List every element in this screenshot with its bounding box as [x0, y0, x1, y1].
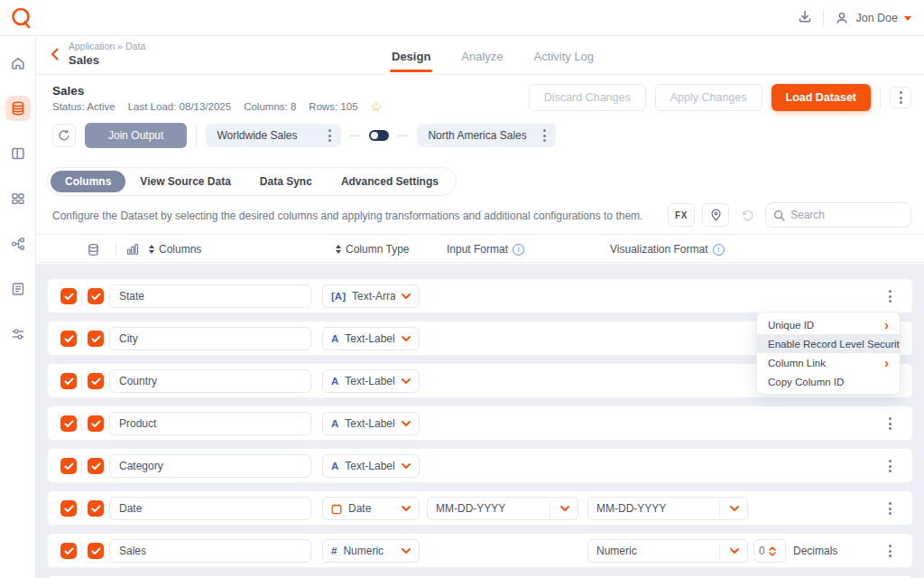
workflow-icon	[10, 236, 26, 252]
visualize-checkbox[interactable]	[88, 500, 104, 517]
join-connector-left	[350, 135, 360, 136]
visualization-format-dropdown[interactable]: MM-DD-YYYY	[587, 497, 748, 520]
config-description: Configure the Dataset by selecting the d…	[52, 210, 642, 222]
discard-changes-button[interactable]: Discard Changes	[529, 84, 646, 111]
user-name: Jon Doe	[855, 12, 898, 24]
include-checkbox[interactable]	[60, 543, 77, 559]
menu-item-column-link[interactable]: Column Link ›	[757, 353, 900, 372]
tab-design[interactable]: Design	[388, 39, 434, 72]
sidebar	[0, 36, 36, 578]
join-connector-right	[398, 135, 408, 136]
apply-changes-button[interactable]: Apply Changes	[655, 84, 762, 111]
include-checkbox[interactable]	[60, 288, 77, 304]
tab-data-sync[interactable]: Data Sync	[245, 171, 327, 192]
visualize-checkbox[interactable]	[88, 288, 104, 304]
tab-advanced-settings[interactable]: Advanced Settings	[327, 171, 453, 192]
row-context-menu: Unique ID › Enable Record Level Security…	[756, 312, 901, 395]
column-type-dropdown[interactable]: # Numeric	[322, 539, 420, 563]
visualize-checkbox[interactable]	[88, 331, 104, 347]
column-type-dropdown[interactable]: A Text-Label	[322, 454, 420, 478]
menu-item-enable-record-level-security[interactable]: Enable Record Level Security	[757, 334, 900, 353]
info-icon[interactable]: i	[713, 244, 725, 256]
user-menu[interactable]: Jon Doe	[835, 11, 911, 25]
visualization-format-dropdown[interactable]: Numeric	[587, 539, 748, 563]
chip-menu-icon[interactable]	[326, 129, 334, 142]
visualize-checkbox[interactable]	[88, 458, 104, 474]
column-name-input[interactable]	[109, 327, 311, 350]
dataset-status-line: Status: Active Last Load: 08/13/2025 Col…	[52, 101, 382, 112]
column-type-dropdown[interactable]: [A] Text-Array	[322, 284, 420, 308]
chevron-down-icon	[402, 506, 411, 511]
visualize-checkbox[interactable]	[88, 543, 104, 559]
load-dataset-button[interactable]: Load Dataset	[772, 84, 872, 111]
breadcrumb[interactable]: Application » Data	[69, 41, 145, 51]
formula-fx-button[interactable]: FX	[668, 203, 695, 227]
row-menu-button[interactable]	[886, 417, 894, 430]
columns-header: Columns	[149, 235, 201, 264]
join-bar: Join Output Worldwide Sales North Americ…	[36, 117, 924, 154]
chip-menu-icon[interactable]	[541, 129, 549, 142]
join-toggle[interactable]	[369, 130, 389, 141]
row-menu-button[interactable]	[886, 460, 894, 472]
chevron-down-icon	[402, 378, 411, 384]
column-type-dropdown[interactable]: A Text-Label	[322, 412, 420, 435]
include-checkbox[interactable]	[60, 500, 77, 517]
tab-view-source-data[interactable]: View Source Data	[125, 171, 245, 192]
sort-column-type-icon[interactable]	[336, 245, 341, 254]
row-menu-button[interactable]	[886, 545, 894, 557]
visualize-checkbox[interactable]	[88, 415, 104, 432]
dataset-menu-button[interactable]	[890, 87, 911, 108]
download-icon[interactable]	[798, 9, 812, 27]
row-menu-button[interactable]	[886, 502, 894, 515]
search-input[interactable]	[790, 209, 890, 221]
column-type-dropdown[interactable]: Date	[322, 497, 420, 520]
info-icon[interactable]: i	[513, 244, 524, 256]
header-chart-icon[interactable]	[126, 235, 139, 264]
column-type-dropdown[interactable]: A Text-Label	[322, 327, 420, 350]
column-name-input[interactable]	[109, 412, 311, 435]
sidebar-item-data[interactable]	[5, 96, 31, 121]
sidebar-item-reports[interactable]	[5, 276, 31, 302]
dataset-chip-worldwide-sales[interactable]: Worldwide Sales	[206, 124, 341, 147]
dataset-title: Sales	[52, 84, 84, 98]
sidebar-item-workflows[interactable]	[5, 231, 31, 256]
star-outline-icon[interactable]: ☆	[371, 102, 383, 111]
visualize-checkbox[interactable]	[88, 373, 104, 389]
sidebar-item-dashboards[interactable]	[5, 186, 31, 211]
include-checkbox[interactable]	[60, 331, 77, 347]
header-database-icon[interactable]	[87, 235, 100, 264]
join-output-button[interactable]: Join Output	[85, 123, 187, 148]
sidebar-item-home[interactable]	[5, 51, 31, 76]
refresh-icon	[58, 129, 70, 142]
include-checkbox[interactable]	[60, 373, 77, 389]
input-format-dropdown[interactable]: MM-DD-YYYY	[427, 497, 578, 520]
dataset-chip-north-america-sales[interactable]: North America Sales	[417, 124, 556, 147]
sidebar-item-pages[interactable]	[5, 141, 31, 166]
menu-item-unique-id[interactable]: Unique ID ›	[757, 315, 900, 334]
section-tabs: Columns View Source Data Data Sync Advan…	[47, 167, 457, 196]
chevron-down-icon	[730, 506, 739, 511]
decimals-stepper[interactable]: 0	[753, 539, 786, 563]
tab-columns[interactable]: Columns	[51, 171, 125, 192]
sidebar-item-settings[interactable]	[5, 322, 31, 347]
tab-analyze[interactable]: Analyze	[457, 39, 506, 72]
back-button[interactable]	[51, 48, 59, 64]
refresh-button[interactable]	[52, 124, 76, 147]
column-name-input[interactable]	[109, 539, 311, 563]
tab-activity-log[interactable]: Activity Log	[531, 39, 597, 72]
column-name-input[interactable]	[109, 369, 311, 393]
sliders-icon	[10, 326, 26, 342]
location-pin-button[interactable]	[702, 203, 729, 227]
column-type-dropdown[interactable]: A Text-Label	[322, 369, 420, 393]
include-checkbox[interactable]	[60, 415, 77, 432]
include-checkbox[interactable]	[60, 458, 77, 474]
sort-columns-icon[interactable]	[149, 245, 154, 254]
column-name-input[interactable]	[109, 284, 311, 308]
column-name-input[interactable]	[109, 454, 311, 478]
row-menu-button[interactable]	[886, 290, 894, 303]
menu-item-copy-column-id[interactable]: Copy Column ID	[757, 372, 900, 391]
column-name-input[interactable]	[109, 497, 311, 520]
stepper-arrows-icon[interactable]	[769, 546, 776, 556]
chevron-right-icon: ›	[884, 357, 889, 369]
qrvey-logo-icon[interactable]	[9, 5, 34, 31]
